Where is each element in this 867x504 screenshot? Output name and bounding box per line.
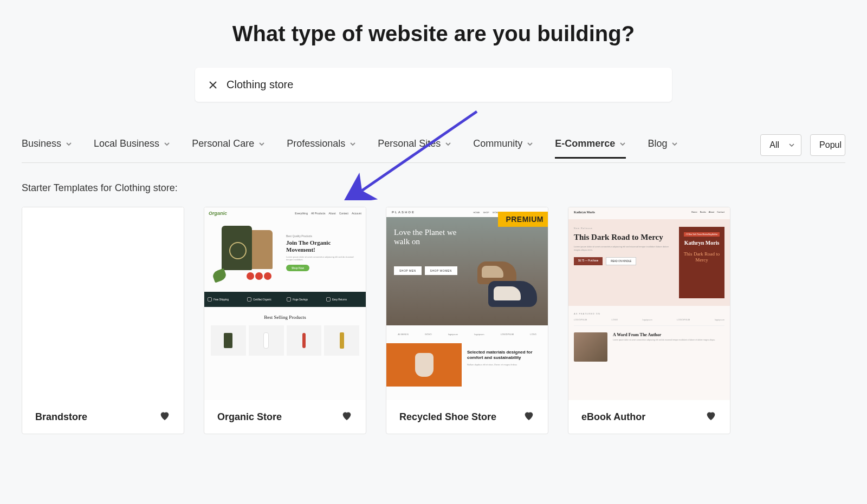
template-title: eBook Author <box>581 411 645 423</box>
template-thumbnail <box>22 207 184 400</box>
search-wrapper <box>22 68 845 102</box>
search-input[interactable] <box>227 78 659 91</box>
preview-btn: SHOP WOMEN <box>425 266 457 275</box>
template-grid: Brandstore Organic EverythingAll Product… <box>22 207 845 434</box>
heart-icon[interactable] <box>523 410 535 424</box>
chevron-down-icon <box>789 140 794 150</box>
chevron-down-icon <box>619 141 626 147</box>
preview-subtitle: Best Quality Products <box>286 234 359 238</box>
preview-cta: Shop Now <box>286 265 309 271</box>
chevron-down-icon <box>66 141 72 147</box>
page-title: What type of website are you building? <box>22 22 845 46</box>
chevron-down-icon <box>164 141 170 147</box>
category-tab-personal-care[interactable]: Personal Care <box>192 138 265 159</box>
category-label: E-Commerce <box>555 138 615 149</box>
preview-badge: #1 New York Times Bestselling Author <box>684 232 720 237</box>
preview-section-title: A Word From The Author <box>613 332 724 337</box>
category-label: Professionals <box>287 138 345 149</box>
template-title: Brandstore <box>35 411 87 423</box>
category-tabs: BusinessLocal BusinessPersonal CareProfe… <box>22 134 845 163</box>
filter-sort-value: Popul <box>819 140 842 149</box>
category-tab-blog[interactable]: Blog <box>648 138 678 159</box>
preview-body: Lorem ipsum dolor sit amet consectetur a… <box>286 256 359 261</box>
category-tab-e-commerce[interactable]: E-Commerce <box>555 138 626 159</box>
section-label: Starter Templates for Clothing store: <box>22 182 845 194</box>
preview-btn: READ ON KINDLE <box>606 257 636 265</box>
template-title: Organic Store <box>217 411 282 423</box>
preview-cover-author: Kathryn Moris <box>683 240 720 246</box>
filter-sort-dropdown[interactable]: Popul <box>810 134 845 156</box>
preview-heading: Love the Planet we walk on <box>394 228 470 247</box>
preview-section-title: Best Selling Products <box>209 315 361 320</box>
preview-heading: Join The Organic Movement! <box>286 239 359 253</box>
category-tab-business[interactable]: Business <box>22 138 72 159</box>
preview-label: AS FEATURED ON <box>574 312 724 315</box>
template-card-recycled-shoe-store[interactable]: PREMIUM PLASHOE HOMESHOPWOMENCOLLECTIONL… <box>386 207 548 434</box>
chevron-down-icon <box>671 141 678 147</box>
close-icon[interactable] <box>208 80 218 90</box>
category-label: Personal Sites <box>378 138 441 149</box>
category-tab-personal-sites[interactable]: Personal Sites <box>378 138 451 159</box>
template-thumbnail: PLASHOE HOMESHOPWOMENCOLLECTIONLOOKBOOKS… <box>386 207 548 400</box>
category-label: Personal Care <box>192 138 254 149</box>
category-tab-professionals[interactable]: Professionals <box>287 138 356 159</box>
heart-icon[interactable] <box>341 410 353 424</box>
preview-section-title: Selected materials designed for comfort … <box>467 350 542 361</box>
filter-type-dropdown[interactable]: All <box>760 134 801 156</box>
category-label: Business <box>22 138 61 149</box>
heart-icon[interactable] <box>705 410 717 424</box>
preview-tag: New Release <box>574 227 674 230</box>
preview-logo: Organic <box>209 211 227 216</box>
preview-label: AS SEEN IN <box>398 333 409 336</box>
preview-body: Lorem ipsum dolor sit amet consectetur a… <box>574 245 674 252</box>
chevron-down-icon <box>258 141 265 147</box>
preview-heading: This Dark Road to Mercy <box>574 233 674 242</box>
preview-logo: PLASHOE <box>392 211 415 214</box>
template-card-ebook-author[interactable]: Kathryn Moris HomeBooksAboutContact New … <box>568 207 730 434</box>
premium-badge: PREMIUM <box>498 212 548 227</box>
chevron-down-icon <box>445 141 451 147</box>
preview-cover-title: This Dark Road to Mercy <box>683 251 720 263</box>
category-tab-local-business[interactable]: Local Business <box>94 138 170 159</box>
heart-icon[interactable] <box>159 410 171 424</box>
template-thumbnail: Kathryn Moris HomeBooksAboutContact New … <box>568 207 730 400</box>
chevron-down-icon <box>350 141 356 147</box>
preview-logo: Kathryn Moris <box>574 211 595 214</box>
filter-type-value: All <box>769 140 779 149</box>
category-label: Local Business <box>94 138 159 149</box>
preview-btn: SHOP MEN <box>394 266 422 275</box>
preview-btn: $6.75 — Purchase <box>574 257 603 265</box>
template-card-brandstore[interactable]: Brandstore <box>22 207 184 434</box>
template-title: Recycled Shoe Store <box>399 411 496 423</box>
preview-body: Nullam dapibus elit et vitae, Donec et m… <box>467 363 542 366</box>
search-box[interactable] <box>195 68 672 102</box>
template-card-organic-store[interactable]: Organic EverythingAll ProductsAboutConta… <box>204 207 366 434</box>
template-thumbnail: Organic EverythingAll ProductsAboutConta… <box>204 207 366 400</box>
category-label: Blog <box>648 138 667 149</box>
category-label: Community <box>473 138 522 149</box>
preview-body: Lorem ipsum dolor sit amet consectetur a… <box>613 339 724 342</box>
chevron-down-icon <box>527 141 533 147</box>
category-tab-community[interactable]: Community <box>473 138 533 159</box>
